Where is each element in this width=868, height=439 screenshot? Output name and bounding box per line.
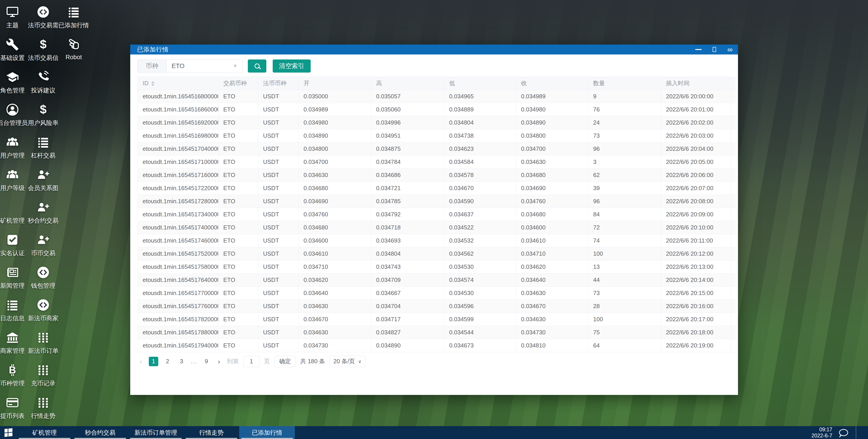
cell-amount: 96: [588, 142, 661, 155]
cell-trade-coin: ETO: [218, 103, 258, 116]
desktop-icon-leverage-trade[interactable]: 杠杆交易: [31, 133, 56, 166]
cell-fiat-coin: USDT: [258, 326, 299, 339]
notification-bubble-icon[interactable]: [839, 429, 848, 436]
start-button[interactable]: [0, 426, 17, 439]
header-id[interactable]: ID: [138, 77, 218, 90]
desktop-icon-robot[interactable]: Robot: [61, 36, 86, 68]
desktop-icon-label: 秒合约交易: [28, 217, 59, 225]
desktop-icon-wallet-management[interactable]: 钱包管理: [31, 263, 56, 296]
taskbar-item-mining[interactable]: 矿机管理: [17, 426, 72, 439]
close-button[interactable]: ∞: [722, 44, 738, 55]
desktop-icon-merchant-management[interactable]: 商家管理: [0, 329, 25, 361]
desktop-icon-added-market[interactable]: 已添加行情: [61, 3, 86, 36]
desktop-icon-market-trend[interactable]: 行情走势: [31, 394, 56, 426]
desktop-icon-label: 会员关系图: [28, 184, 59, 192]
cell-high: 0.034721: [371, 182, 444, 195]
desktop-icon-basic-settings[interactable]: 基础设置: [0, 36, 25, 68]
desktop-icon-coin-management[interactable]: 币种管理: [0, 361, 25, 394]
coin-select[interactable]: ETO ▼: [166, 59, 243, 72]
clear-index-button[interactable]: 清空索引: [273, 59, 311, 72]
desktop-icon-label: 商家管理: [0, 347, 25, 355]
desktop-icon-user-management[interactable]: 用户管理: [0, 133, 25, 166]
desktop-icon-new-fiat-merchant[interactable]: 新法币商家: [31, 296, 56, 329]
desktop-icon-backend-admin[interactable]: 后台管理员: [0, 101, 25, 133]
cell-open: 0.034600: [299, 234, 371, 247]
cell-trade-coin: ETO: [218, 182, 258, 195]
page-size-select[interactable]: 20 条/页 ∨: [330, 356, 365, 367]
desktop-icon-user-risk-rate[interactable]: 用户风险率: [31, 101, 56, 133]
desktop-icon-complaints[interactable]: 投诉建议: [31, 68, 56, 101]
sort-icon[interactable]: [151, 81, 154, 86]
desktop-icon-new-fiat-order[interactable]: 新法币订单: [31, 329, 56, 361]
cell-fiat-coin: USDT: [258, 168, 299, 182]
table-row: etousdt.1min.1654517640000 ETO USDT 0.03…: [138, 273, 736, 286]
taskbar-item-market-trend[interactable]: 行情走势: [184, 426, 239, 439]
desktop-icon-column-1: 主题 基础设置 角色管理 后台管理员 用户管理 用户等级 矿机管理 实名认证 新…: [0, 3, 25, 426]
cell-open: 0.034670: [299, 313, 371, 326]
cell-fiat-coin: USDT: [258, 103, 299, 116]
table-row: etousdt.1min.1654516800000 ETO USDT 0.03…: [138, 90, 736, 103]
table-row: etousdt.1min.1654517880000 ETO USDT 0.03…: [138, 326, 736, 339]
cell-high: 0.034717: [371, 313, 444, 326]
desktop-icon-fiat-trade-demand[interactable]: 法币交易需: [31, 3, 56, 36]
cell-amount: 3: [588, 155, 661, 168]
desktop-icon-news-management[interactable]: 新闻管理: [0, 263, 25, 296]
cell-close: 0.034690: [516, 182, 588, 195]
desktop-icon-fiat-trade-info[interactable]: 法币交易信: [31, 36, 56, 68]
desktop-icon-label: 用户等级: [0, 184, 25, 192]
users-icon: [6, 136, 19, 149]
desktop-icon-column-3: 已添加行情 Robot: [61, 3, 86, 68]
desktop-icon-theme[interactable]: 主题: [0, 3, 25, 36]
desktop-icon-user-level[interactable]: 用户等级: [0, 166, 25, 198]
minimize-button[interactable]: [690, 44, 706, 55]
cell-trade-coin: ETO: [218, 129, 258, 142]
cell-insert-time: 2022/6/6 20:10:00: [661, 221, 736, 234]
desktop-icon-deposit-record[interactable]: 充币记录: [31, 361, 56, 394]
desktop-icon-role-management[interactable]: 角色管理: [0, 68, 25, 101]
cell-fiat-coin: USDT: [258, 195, 299, 208]
cell-close: 0.034600: [516, 221, 588, 234]
cell-id: etousdt.1min.1654517700000: [138, 286, 218, 300]
cell-high: 0.035060: [371, 103, 444, 116]
desktop-icon-withdraw-list[interactable]: 提币列表: [0, 394, 25, 426]
page-button-2[interactable]: 2: [163, 357, 172, 366]
window-titlebar: 已添加行情 ∞: [130, 44, 738, 55]
list-icon: [67, 5, 80, 19]
cell-insert-time: 2022/6/6 20:02:00: [661, 116, 736, 129]
cell-close: 0.034670: [516, 300, 588, 313]
taskbar-item-added-market[interactable]: 已添加行情: [239, 426, 295, 439]
table-body: etousdt.1min.1654516800000 ETO USDT 0.03…: [138, 90, 736, 352]
search-button[interactable]: [248, 59, 266, 72]
cell-amount: 9: [588, 90, 661, 103]
desktop-icon-member-relations[interactable]: 会员关系图: [31, 166, 56, 198]
cell-fiat-coin: USDT: [258, 221, 299, 234]
cell-high: 0.034718: [371, 221, 444, 234]
desktop-icon-coin-trade[interactable]: 币币交易: [31, 231, 56, 263]
desktop-icon-log-info[interactable]: 日志信息: [0, 296, 25, 329]
page-button-3[interactable]: 3: [177, 357, 186, 366]
maximize-button[interactable]: [706, 44, 722, 55]
page-button-9[interactable]: 9: [202, 357, 211, 366]
page-button-1[interactable]: 1: [149, 357, 158, 366]
desktop-icon-kyc[interactable]: 实名认证: [0, 231, 25, 263]
cell-fiat-coin: USDT: [258, 247, 299, 260]
desktop-icon-label: 基础设置: [0, 54, 25, 62]
prev-page-button[interactable]: ‹: [137, 357, 144, 365]
taskbar-clock[interactable]: 09:17 2022-6-7: [811, 427, 832, 439]
chain-circle-icon: [37, 5, 50, 19]
cell-open: 0.034710: [299, 260, 371, 273]
desktop-icon-mining-management[interactable]: 矿机管理: [0, 198, 25, 231]
goto-page-input[interactable]: [243, 356, 259, 367]
next-page-button[interactable]: ›: [216, 357, 222, 365]
taskbar-item-seconds-contract[interactable]: 秒合约交易: [72, 426, 128, 439]
desktop-icon-seconds-contract[interactable]: 秒合约交易: [31, 198, 56, 231]
cell-insert-time: 2022/6/6 20:15:00: [661, 286, 736, 300]
taskbar-item-new-fiat-order[interactable]: 新法币订单管理: [128, 426, 184, 439]
desktop-icon-label: 新法币订单: [28, 347, 59, 355]
cell-trade-coin: ETO: [218, 339, 258, 352]
cell-trade-coin: ETO: [218, 234, 258, 247]
pagination: ‹ 1 2 3 ... 9 › 到第 页 确定 共 180 条 20 条/页 ∨: [137, 356, 731, 367]
cell-id: etousdt.1min.1654516860000: [138, 103, 218, 116]
cell-id: etousdt.1min.1654517100000: [138, 155, 218, 168]
confirm-button[interactable]: 确定: [275, 356, 296, 367]
